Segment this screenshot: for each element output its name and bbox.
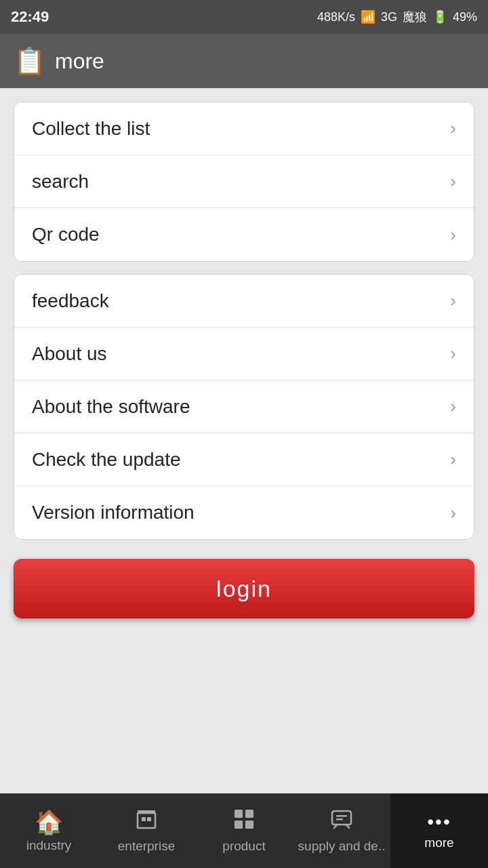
nav-item-industry[interactable]: 🏠 industry: [0, 793, 98, 868]
menu-item-search[interactable]: search ›: [14, 155, 474, 208]
login-button[interactable]: login: [14, 559, 474, 618]
nav-item-product[interactable]: product: [195, 793, 293, 868]
battery-icon: 🔋: [432, 9, 447, 24]
menu-item-collect-label: Collect the list: [32, 118, 150, 140]
status-time: 22:49: [11, 8, 49, 26]
menu-item-versioninfo[interactable]: Version information ›: [14, 486, 474, 539]
nav-item-supply[interactable]: supply and de..: [293, 793, 390, 868]
svg-rect-2: [147, 817, 151, 821]
menu-item-aboutus-label: About us: [32, 343, 107, 365]
nav-label-enterprise: enterprise: [118, 839, 176, 854]
nav-label-supply: supply and de..: [298, 839, 386, 854]
home-icon: 🏠: [35, 808, 63, 835]
menu-item-feedback-label: feedback: [32, 290, 109, 312]
nav-label-product: product: [222, 839, 265, 854]
more-dots-icon: •••: [427, 811, 451, 833]
login-button-wrap: login: [14, 552, 474, 618]
menu-item-feedback[interactable]: feedback ›: [14, 275, 474, 328]
svg-rect-3: [138, 810, 155, 814]
header-icon: 📋: [14, 46, 45, 76]
svg-rect-5: [245, 810, 253, 818]
nav-label-industry: industry: [26, 838, 72, 853]
svg-rect-10: [336, 818, 343, 821]
chevron-icon-aboutsoftware: ›: [450, 396, 456, 417]
chevron-icon-checkupdate: ›: [450, 449, 456, 470]
bottom-nav: 🏠 industry enterprise product: [0, 793, 488, 868]
svg-rect-8: [332, 811, 351, 825]
status-right: 488K/s 📶 3G 魔狼 🔋 49%: [317, 9, 477, 25]
signal-icon: 3G: [381, 10, 397, 24]
menu-item-qrcode-label: Qr code: [32, 224, 100, 245]
nav-item-enterprise[interactable]: enterprise: [98, 793, 195, 868]
menu-item-checkupdate-label: Check the update: [32, 449, 181, 471]
svg-rect-1: [142, 817, 146, 821]
menu-item-aboutus[interactable]: About us ›: [14, 328, 474, 380]
chevron-icon-collect: ›: [450, 118, 456, 139]
svg-rect-9: [336, 815, 347, 817]
chevron-icon-feedback: ›: [450, 290, 456, 311]
nav-label-more: more: [424, 835, 453, 850]
chevron-icon-aboutus: ›: [450, 343, 456, 364]
battery-level: 49%: [453, 10, 477, 24]
header-title: more: [55, 49, 104, 74]
svg-rect-7: [245, 821, 253, 829]
menu-group-2: feedback › About us › About the software…: [14, 274, 474, 540]
menu-item-aboutsoftware-label: About the software: [32, 396, 190, 418]
app-header: 📋 more: [0, 34, 488, 88]
menu-item-checkupdate[interactable]: Check the update ›: [14, 433, 474, 486]
chevron-icon-search: ›: [450, 171, 456, 192]
chevron-icon-qrcode: ›: [450, 224, 456, 245]
network-speed: 488K/s: [317, 10, 355, 24]
menu-item-qrcode[interactable]: Qr code ›: [14, 208, 474, 261]
menu-item-search-label: search: [32, 171, 89, 193]
status-bar: 22:49 488K/s 📶 3G 魔狼 🔋 49%: [0, 0, 488, 34]
menu-item-versioninfo-label: Version information: [32, 502, 195, 524]
enterprise-icon: [135, 808, 158, 836]
content-area: Collect the list › search › Qr code › fe…: [0, 88, 488, 793]
menu-item-collect[interactable]: Collect the list ›: [14, 102, 474, 155]
svg-rect-4: [235, 810, 243, 818]
carrier-name: 魔狼: [403, 9, 427, 25]
product-icon: [232, 808, 256, 836]
supply-icon: [330, 808, 353, 836]
wifi-icon: 📶: [361, 9, 375, 24]
svg-rect-6: [235, 821, 243, 829]
svg-rect-0: [138, 813, 155, 828]
nav-item-more[interactable]: ••• more: [390, 793, 488, 868]
menu-item-aboutsoftware[interactable]: About the software ›: [14, 380, 474, 433]
menu-group-1: Collect the list › search › Qr code ›: [14, 102, 474, 262]
chevron-icon-versioninfo: ›: [450, 502, 456, 524]
